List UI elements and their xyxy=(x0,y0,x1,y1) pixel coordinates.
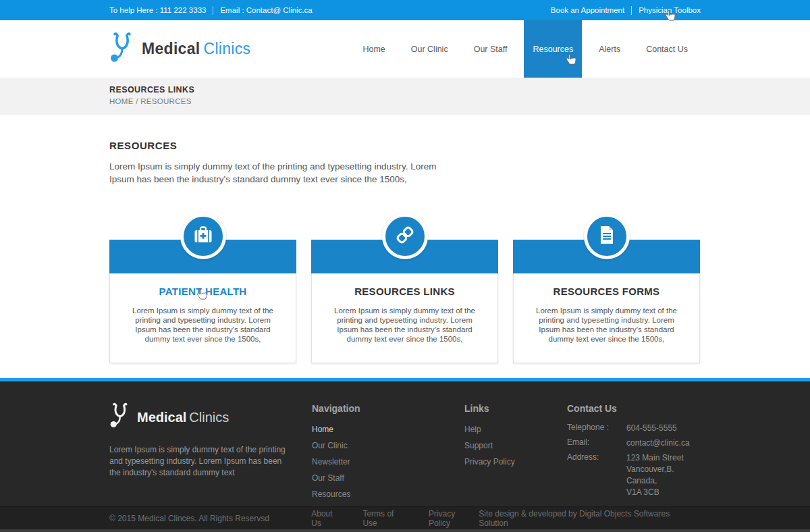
footer-nav-resources[interactable]: Resources xyxy=(312,489,350,499)
bottombar: © 2015 Medical Clinces. All Rights Reser… xyxy=(0,506,810,532)
page-title: RESOURCES xyxy=(109,140,701,151)
footer-nav-our-clinic[interactable]: Our Clinic xyxy=(312,441,348,450)
footer-link-support[interactable]: Support xyxy=(464,441,493,450)
footer-about-text: Lorem Ipsum is simply dummy text of the … xyxy=(109,444,293,479)
topbar: To help Here : 111 222 3333 Email : Cont… xyxy=(0,0,810,20)
copyright-text: © 2015 Medical Clinces. All Rights Reser… xyxy=(109,514,311,523)
address-line: Vancouver,B. Canada, xyxy=(626,464,674,485)
logo-word-medical: Medical xyxy=(142,40,200,57)
card-text: Lorem Ipsum is simply dummy text of the … xyxy=(320,306,489,344)
nav-item-our-clinic[interactable]: Our Clinic xyxy=(402,20,457,78)
footer-navigation-column: Navigation Home Our Clinic Newsletter Ou… xyxy=(312,402,464,504)
card-resources-forms[interactable]: RESOURCES FORMS Lorem Ipsum is simply du… xyxy=(513,240,700,363)
contact-address-label: Address: xyxy=(567,452,626,498)
footer: MedicalClinics Lorem Ipsum is simply dum… xyxy=(0,381,810,506)
bottombar-link-privacy-policy[interactable]: Privacy Policy xyxy=(429,509,479,528)
nav-item-alerts[interactable]: Alerts xyxy=(590,20,629,78)
contact-email-row: Email: contact@clinic.ca xyxy=(567,437,701,449)
bottombar-link-about-us[interactable]: About Us xyxy=(311,509,344,528)
footer-logo[interactable]: MedicalClinics xyxy=(109,402,312,433)
header: MedicalClinics Home Our Clinic Our Staff… xyxy=(0,20,810,78)
logo-word-medical: Medical xyxy=(137,410,186,425)
contact-telephone-label: Telephone : xyxy=(567,423,626,434)
card-icon-circle xyxy=(180,213,226,259)
intro-text: Lorem Ipsum is simply dummy text of the … xyxy=(109,161,460,186)
breadcrumb-page-title: RESOURCES LINKS xyxy=(109,85,701,95)
contact-email-value: contact@clinic.ca xyxy=(626,437,690,449)
main-navigation: Home Our Clinic Our Staff Resources Aler… xyxy=(350,20,701,78)
page: To help Here : 111 222 3333 Email : Cont… xyxy=(0,0,810,532)
contact-address-row: Address: 123 Main Street Vancouver,B. Ca… xyxy=(567,452,701,498)
book-appointment-link[interactable]: Book an Appointment xyxy=(551,6,624,14)
footer-nav-home[interactable]: Home xyxy=(312,425,333,434)
topbar-actions: Book an Appointment Physician Toolbox xyxy=(551,6,701,15)
bottombar-link-terms-of-use[interactable]: Terms of Use xyxy=(362,509,410,528)
card-body: RESOURCES LINKS Lorem Ipsum is simply du… xyxy=(311,273,498,363)
card-icon-circle xyxy=(382,213,428,259)
footer-about-column: MedicalClinics Lorem Ipsum is simply dum… xyxy=(109,402,312,504)
physician-toolbox-link[interactable]: Physician Toolbox xyxy=(639,6,701,14)
nav-item-our-staff[interactable]: Our Staff xyxy=(465,20,516,78)
footer-nav-our-staff[interactable]: Our Staff xyxy=(312,473,344,483)
bottombar-links: About Us Terms of Use Privacy Policy xyxy=(311,509,479,528)
contact-telephone-value: 604-555-5555 xyxy=(626,423,677,434)
card-icon-circle xyxy=(584,213,630,259)
card-text: Lorem Ipsum is simply dummy text of the … xyxy=(522,306,691,344)
stethoscope-icon xyxy=(109,32,134,67)
logo-text: MedicalClinics xyxy=(142,40,250,58)
breadcrumb[interactable]: HOME / RESOURCES xyxy=(109,97,701,105)
footer-link-help[interactable]: Help xyxy=(464,425,481,434)
footer-navigation-heading: Navigation xyxy=(312,403,464,414)
footer-links-column: Links Help Support Privacy Policy xyxy=(464,402,567,504)
document-icon xyxy=(598,225,616,248)
breadcrumb-band: RESOURCES LINKS HOME / RESOURCES xyxy=(0,78,810,115)
topbar-phone: To help Here : 111 222 3333 xyxy=(109,6,206,14)
divider xyxy=(631,6,632,15)
topbar-email: Email : Contact@ Clinic.ca xyxy=(220,6,312,14)
card-title-resources-forms[interactable]: RESOURCES FORMS xyxy=(554,286,660,297)
address-line: 123 Main Street xyxy=(626,453,684,462)
site-credit-text: Site design & developed by Digital Objec… xyxy=(479,509,701,528)
resource-cards: PATIENT HEALTH Lorem Ipsum is simply dum… xyxy=(109,240,701,363)
card-body: RESOURCES FORMS Lorem Ipsum is simply du… xyxy=(513,273,700,363)
footer-contact-column: Contact Us Telephone : 604-555-5555 Emai… xyxy=(567,402,701,504)
contact-telephone-row: Telephone : 604-555-5555 xyxy=(567,423,701,434)
contact-email-label: Email: xyxy=(567,437,626,449)
card-title-patient-health[interactable]: PATIENT HEALTH xyxy=(159,286,246,297)
card-body: PATIENT HEALTH Lorem Ipsum is simply dum… xyxy=(109,273,296,363)
stethoscope-icon xyxy=(109,402,130,433)
card-resources-links[interactable]: RESOURCES LINKS Lorem Ipsum is simply du… xyxy=(311,240,498,363)
card-text: Lorem Ipsum is simply dummy text of the … xyxy=(118,306,288,344)
footer-contact-heading: Contact Us xyxy=(567,403,701,414)
divider xyxy=(213,6,213,15)
topbar-contact-info: To help Here : 111 222 3333 Email : Cont… xyxy=(109,6,313,15)
footer-link-privacy-policy[interactable]: Privacy Policy xyxy=(464,457,515,467)
contact-address-value: 123 Main Street Vancouver,B. Canada, V1A… xyxy=(626,452,701,498)
card-title-resources-links[interactable]: RESOURCES LINKS xyxy=(354,286,455,297)
footer-logo-text: MedicalClinics xyxy=(137,410,229,425)
logo-word-clinics: Clinics xyxy=(189,410,229,425)
address-line: V1A 3CB xyxy=(626,487,659,497)
footer-links-heading: Links xyxy=(464,403,567,414)
card-patient-health[interactable]: PATIENT HEALTH Lorem Ipsum is simply dum… xyxy=(109,240,296,363)
nav-item-resources[interactable]: Resources xyxy=(524,20,582,78)
logo-word-clinics: Clinics xyxy=(203,40,250,57)
link-icon xyxy=(395,225,415,248)
nav-item-contact-us[interactable]: Contact Us xyxy=(637,20,697,78)
main-content: RESOURCES Lorem Ipsum is simply dummy te… xyxy=(0,115,810,378)
medical-bag-icon xyxy=(193,225,213,247)
nav-item-home[interactable]: Home xyxy=(354,20,394,78)
footer-nav-newsletter[interactable]: Newsletter xyxy=(312,457,350,467)
logo[interactable]: MedicalClinics xyxy=(109,20,250,78)
